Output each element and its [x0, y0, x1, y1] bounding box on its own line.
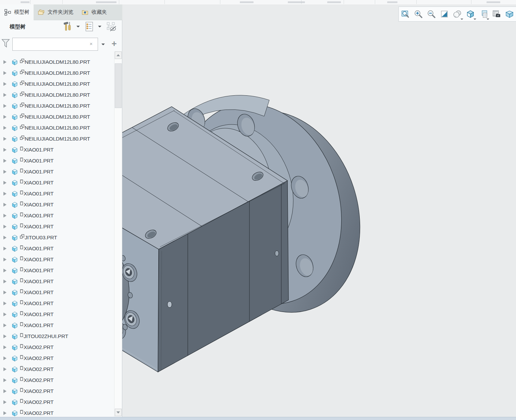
dropdown-caret-icon[interactable] [487, 19, 489, 20]
expand-arrow-icon[interactable] [3, 279, 8, 284]
tab-favorites[interactable]: 收藏夹 [77, 4, 111, 20]
expand-arrow-icon[interactable] [3, 82, 8, 86]
tab-model-tree[interactable]: 模型树 [0, 4, 34, 20]
expand-arrow-icon[interactable] [3, 214, 8, 218]
expand-arrow-icon[interactable] [3, 225, 8, 229]
expand-arrow-icon[interactable] [3, 93, 8, 97]
expand-arrow-icon[interactable] [3, 268, 8, 273]
expand-arrow-icon[interactable] [3, 71, 8, 75]
expand-arrow-icon[interactable] [3, 301, 8, 305]
settings-list-icon[interactable] [84, 21, 95, 32]
saved-orientations-icon[interactable] [464, 7, 477, 21]
filter-clear-icon[interactable]: × [88, 41, 94, 47]
tree-item[interactable]: XIAO01.PRT [0, 309, 114, 320]
view-manager-icon[interactable] [477, 7, 490, 21]
tree-item[interactable]: XIAO01.PRT [0, 287, 114, 298]
dropdown-caret-icon[interactable] [460, 19, 463, 20]
tree-item[interactable]: NEILIUJIAOLDM12L80.PRT [0, 111, 114, 122]
expand-arrow-icon[interactable] [3, 137, 8, 141]
tree-item-label: XIAO02.PRT [24, 377, 53, 383]
scrollbar-thumb[interactable] [115, 63, 122, 108]
scroll-up-button[interactable] [115, 51, 122, 59]
filter-dropdown-caret-icon[interactable] [101, 44, 105, 45]
expand-arrow-icon[interactable] [3, 126, 8, 130]
part-cube-icon [11, 333, 19, 340]
expand-arrow-icon[interactable] [3, 247, 8, 251]
expand-arrow-icon[interactable] [3, 367, 8, 371]
part-cube-icon [11, 213, 19, 219]
tree-item[interactable]: XIAO02.PRT [0, 397, 114, 408]
expand-arrow-icon[interactable] [3, 411, 8, 415]
repaint-icon[interactable] [438, 7, 451, 21]
display-style-icon[interactable] [451, 7, 464, 21]
zoom-in-icon[interactable] [412, 7, 425, 21]
expand-arrow-icon[interactable] [3, 389, 8, 393]
tree-item[interactable]: NEILIUJIAOLDM12L80.PRT [0, 68, 114, 79]
filter-add-button[interactable]: + [109, 38, 119, 49]
zoom-out-icon[interactable] [425, 7, 438, 21]
tree-display-filter-icon[interactable] [106, 21, 116, 32]
tree-item[interactable]: XIAO01.PRT [0, 199, 114, 210]
tree-item[interactable]: NEILIUJIAOLDM12L80.PRT [0, 79, 114, 89]
tree-item[interactable]: XIAO02.PRT [0, 364, 114, 375]
tree-item[interactable]: NEILIUJIAOLDM12L80.PRT [0, 89, 114, 100]
tree-item[interactable]: XIAO02.PRT [0, 408, 114, 417]
tree-item[interactable]: JITOU02ZHUI.PRT [0, 331, 114, 342]
tree-scrollbar[interactable] [114, 51, 122, 417]
tree-filter-input[interactable] [12, 38, 98, 51]
tools-icon[interactable] [62, 21, 73, 32]
tree-item[interactable]: XIAO01.PRT [0, 188, 114, 199]
tree-item[interactable]: XIAO01.PRT [0, 144, 114, 155]
refit-icon[interactable] [399, 7, 412, 21]
part-badge-icon [20, 201, 23, 206]
expand-arrow-icon[interactable] [3, 345, 8, 349]
perspective-icon[interactable] [503, 7, 516, 21]
tree-item[interactable]: NEILIUJIAOLDM12L80.PRT [0, 122, 114, 133]
dropdown-caret-icon[interactable] [474, 19, 476, 20]
tree-item[interactable]: XIAO01.PRT [0, 166, 114, 177]
tree-item[interactable]: XIAO02.PRT [0, 353, 114, 364]
expand-arrow-icon[interactable] [3, 203, 8, 207]
tree-item[interactable]: JITOU03.PRT [0, 232, 114, 243]
expand-arrow-icon[interactable] [3, 323, 8, 327]
tree-item[interactable]: XIAO02.PRT [0, 375, 114, 386]
expand-arrow-icon[interactable] [3, 257, 8, 262]
tree-item[interactable]: XIAO01.PRT [0, 177, 114, 188]
tree-item[interactable]: NEILIUJIAOLDM12L80.PRT [0, 133, 114, 144]
expand-arrow-icon[interactable] [3, 290, 8, 295]
expand-arrow-icon[interactable] [3, 334, 8, 338]
settings-dropdown-caret-icon[interactable] [98, 26, 101, 27]
expand-arrow-icon[interactable] [3, 104, 8, 108]
tree-item[interactable]: XIAO01.PRT [0, 276, 114, 287]
capture-icon[interactable] [490, 7, 503, 21]
tree-item[interactable]: NEILIUJIAOLDM12L80.PRT [0, 100, 114, 111]
tree-item[interactable]: XIAO02.PRT [0, 386, 114, 397]
expand-arrow-icon[interactable] [3, 60, 8, 64]
scroll-down-button[interactable] [115, 409, 122, 416]
tree-item[interactable]: XIAO01.PRT [0, 265, 114, 276]
expand-arrow-icon[interactable] [3, 356, 8, 360]
tree-item[interactable]: XIAO01.PRT [0, 243, 114, 254]
tree-item[interactable]: XIAO01.PRT [0, 298, 114, 309]
expand-arrow-icon[interactable] [3, 159, 8, 163]
expand-arrow-icon[interactable] [3, 170, 8, 174]
tab-folder-browser[interactable]: 文件夹浏览 [34, 4, 77, 20]
expand-arrow-icon[interactable] [3, 312, 8, 316]
expand-arrow-icon[interactable] [3, 400, 8, 404]
tree-item[interactable]: XIAO01.PRT [0, 320, 114, 331]
tree-item[interactable]: XIAO01.PRT [0, 210, 114, 221]
tree-item[interactable]: XIAO01.PRT [0, 155, 114, 166]
expand-arrow-icon[interactable] [3, 378, 8, 382]
tools-dropdown-caret-icon[interactable] [76, 26, 80, 27]
tree-item[interactable]: XIAO02.PRT [0, 342, 114, 353]
expand-arrow-icon[interactable] [3, 148, 8, 152]
expand-arrow-icon[interactable] [3, 236, 8, 240]
expand-arrow-icon[interactable] [3, 181, 8, 185]
expand-arrow-icon[interactable] [3, 192, 8, 196]
tree-item[interactable]: NEILIUJIAOLDM12L80.PRT [0, 57, 114, 68]
expand-arrow-icon[interactable] [3, 115, 8, 119]
tree-item[interactable]: XIAO01.PRT [0, 254, 114, 265]
graphics-viewport[interactable] [122, 4, 516, 417]
tree-item[interactable]: XIAO01.PRT [0, 221, 114, 232]
tab-label: 收藏夹 [91, 9, 107, 15]
